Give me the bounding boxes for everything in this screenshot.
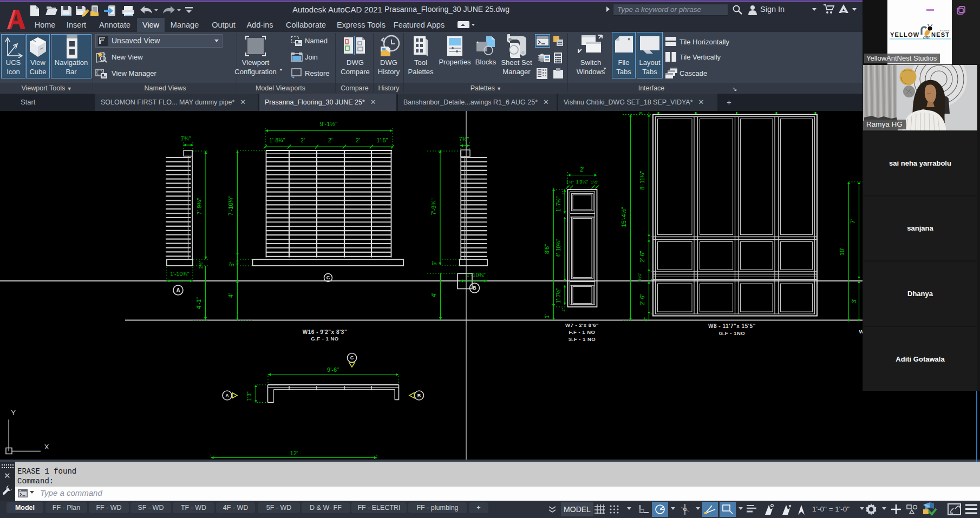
svg-text:7¾": 7¾": [459, 136, 469, 142]
svg-text:1'3": 1'3": [246, 391, 252, 401]
svg-text:7¾": 7¾": [181, 135, 191, 142]
svg-text:1'-7½": 1'-7½": [556, 287, 561, 303]
svg-text:4': 4': [430, 293, 437, 297]
svg-text:1'9¼": 1'9¼": [576, 179, 588, 185]
svg-text:15'-4½": 15'-4½": [620, 207, 627, 227]
svg-text:1½": 1½": [591, 180, 598, 185]
svg-text:7'-9¾": 7'-9¾": [430, 198, 437, 215]
svg-text:8'6": 8'6": [544, 244, 550, 254]
svg-text:12': 12': [290, 450, 298, 456]
svg-text:W7 - 2'x 8'6": W7 - 2'x 8'6": [565, 322, 599, 328]
svg-text:1½": 1½": [566, 180, 574, 185]
svg-text:W16 - 9'2"x 8'3": W16 - 9'2"x 8'3": [303, 329, 347, 335]
svg-text:5": 5": [229, 261, 235, 267]
svg-text:1'-10¾": 1'-10¾": [466, 272, 486, 278]
svg-text:2'-6": 2'-6": [639, 251, 645, 262]
svg-text:6: 6: [638, 112, 643, 114]
svg-text:2': 2': [580, 166, 584, 173]
svg-text:3': 3': [851, 299, 857, 303]
svg-text:4'-1": 4'-1": [195, 297, 202, 309]
svg-text:B: B: [417, 393, 421, 398]
svg-text:ant: ant: [923, 35, 930, 40]
svg-text:C: C: [350, 355, 354, 360]
svg-text:F.F - 1 NO: F.F - 1 NO: [569, 329, 596, 335]
svg-text:1': 1': [544, 314, 550, 318]
svg-text:2': 2': [328, 137, 332, 143]
svg-text:G.F - 1NO: G.F - 1NO: [719, 330, 745, 336]
svg-text:1'-10¾": 1'-10¾": [170, 271, 190, 277]
svg-text:1'-8¼": 1'-8¼": [269, 137, 285, 143]
svg-text:A: A: [176, 287, 180, 293]
svg-text:4': 4': [227, 293, 234, 298]
svg-text:2'-6": 2'-6": [639, 293, 645, 305]
svg-text:2': 2': [300, 137, 305, 143]
svg-text:Y: Y: [11, 409, 16, 417]
svg-text:7'-10¼": 7'-10¼": [227, 195, 234, 215]
svg-text:9'-1½": 9'-1½": [320, 121, 338, 127]
svg-text:4'-10¾": 4'-10¾": [556, 239, 561, 257]
svg-text:2': 2': [356, 137, 360, 143]
svg-text:C: C: [326, 275, 330, 280]
svg-text:7'-9¾": 7'-9¾": [196, 198, 202, 214]
svg-text:9'-6": 9'-6": [327, 366, 339, 373]
svg-text:X: X: [44, 443, 49, 451]
svg-text:7': 7': [850, 219, 856, 224]
svg-text:B: B: [473, 285, 476, 291]
svg-text:G.F - 1 NO: G.F - 1 NO: [311, 336, 338, 342]
svg-text:1'-5": 1'-5": [377, 137, 388, 143]
svg-text:2½": 2½": [198, 261, 204, 269]
svg-text:6¼": 6¼": [636, 273, 642, 282]
svg-text:8'-11¾": 8'-11¾": [639, 171, 645, 189]
svg-text:W8 - 11'7"x 15'5": W8 - 11'7"x 15'5": [708, 323, 756, 329]
svg-text:4": 4": [643, 317, 648, 322]
svg-text:1'-7½": 1'-7½": [556, 196, 561, 212]
svg-text:10': 10': [839, 248, 845, 255]
svg-text:5": 5": [432, 260, 437, 266]
svg-text:A: A: [225, 393, 229, 398]
svg-text:2": 2": [561, 307, 566, 311]
svg-text:2": 2": [561, 191, 566, 194]
svg-text:S.F - 1 NO: S.F - 1 NO: [569, 336, 596, 342]
